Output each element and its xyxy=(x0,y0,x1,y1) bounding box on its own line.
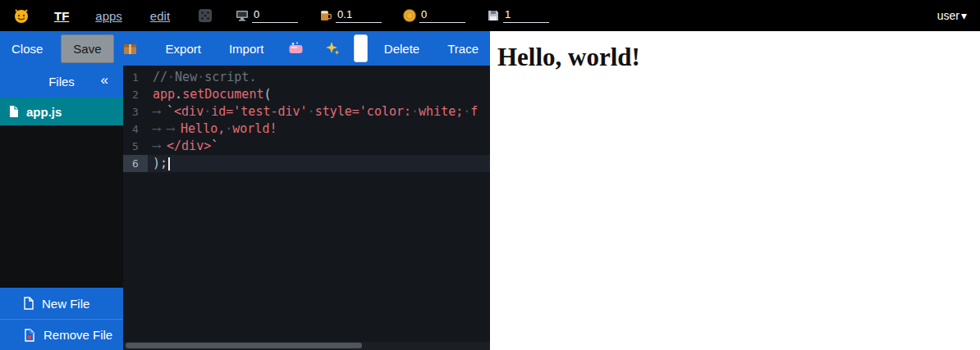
coin-value[interactable]: 0 xyxy=(419,8,465,23)
chevron-down-icon: ▾ xyxy=(961,9,967,22)
code-line-5[interactable]: ⟶</div>` xyxy=(148,138,490,155)
file-name: app.js xyxy=(26,105,62,119)
grid-icon[interactable] xyxy=(198,8,213,23)
editor-gutter: 123456 xyxy=(123,66,148,350)
code-line-4[interactable]: ⟶⟶Hello,·world! xyxy=(148,120,490,138)
package-icon[interactable] xyxy=(122,41,138,57)
floppy-icon xyxy=(487,9,500,22)
sparkles-icon[interactable] xyxy=(325,41,341,57)
file-list-empty-area xyxy=(0,125,123,288)
close-button[interactable]: Close xyxy=(3,34,51,63)
monitor-value[interactable]: 0 xyxy=(252,8,298,23)
delete-button[interactable]: Delete xyxy=(376,34,428,63)
trace-button[interactable]: Trace xyxy=(439,34,487,63)
beer-icon xyxy=(319,9,332,22)
code-line-2[interactable]: app.setDocument( xyxy=(148,86,490,103)
line-number: 5 xyxy=(123,138,148,155)
import-button[interactable]: Import xyxy=(221,34,272,63)
user-label: user xyxy=(937,9,959,22)
editor-toolbar: Close Save Export Import xyxy=(0,31,490,66)
export-button[interactable]: Export xyxy=(158,34,209,63)
files-sidebar: Files « app.js New File xyxy=(0,66,123,350)
monitor-icon xyxy=(236,9,249,22)
preview-pane: Hello, world! xyxy=(490,31,980,350)
coin-icon xyxy=(403,9,416,22)
line-number: 1 xyxy=(123,69,148,86)
line-number: 3 xyxy=(123,103,148,120)
new-file-icon xyxy=(23,297,34,310)
collapse-sidebar-button[interactable]: « xyxy=(101,72,108,89)
stat-beer: 0.1 xyxy=(319,8,382,23)
stat-coin: 0 xyxy=(403,8,465,23)
user-menu[interactable]: user ▾ xyxy=(937,9,967,22)
new-file-button[interactable]: New File xyxy=(0,288,123,319)
remove-file-button[interactable]: Remove File xyxy=(0,319,123,350)
files-header: Files « xyxy=(0,66,123,98)
preview-heading: Hello, world! xyxy=(497,43,980,72)
beer-value[interactable]: 0.1 xyxy=(336,8,382,23)
apps-link[interactable]: apps xyxy=(95,9,122,23)
app-window: TF apps edit 0 xyxy=(0,0,980,350)
soap-icon[interactable] xyxy=(288,41,304,57)
floppy-value[interactable]: 1 xyxy=(503,8,549,23)
editor-pane: Close Save Export Import xyxy=(0,31,490,350)
code-line-3[interactable]: ⟶`<div·id='test-div'·style='color:·white… xyxy=(148,103,490,120)
remove-file-label: Remove File xyxy=(44,328,112,342)
save-button[interactable]: Save xyxy=(61,34,113,63)
file-icon xyxy=(8,105,20,118)
editor-code[interactable]: //·New·script.app.setDocument(⟶`<div·id=… xyxy=(148,66,490,350)
main-area: Close Save Export Import xyxy=(0,31,980,350)
files-title: Files xyxy=(48,75,75,89)
stat-monitor: 0 xyxy=(236,8,298,23)
line-number: 4 xyxy=(123,120,148,138)
line-number: 6 xyxy=(123,155,148,172)
file-list: app.js xyxy=(0,98,123,125)
file-row[interactable]: app.js xyxy=(0,98,123,125)
emoji-picker-button[interactable] xyxy=(354,34,367,62)
workspace: Files « app.js New File xyxy=(0,66,490,350)
code-editor[interactable]: 123456 //·New·script.app.setDocument(⟶`<… xyxy=(123,66,490,350)
line-number: 2 xyxy=(123,86,148,103)
code-line-1[interactable]: //·New·script. xyxy=(148,69,490,86)
remove-file-icon xyxy=(23,329,36,342)
topbar: TF apps edit 0 xyxy=(0,0,980,31)
horizontal-scrollbar-thumb[interactable] xyxy=(126,343,362,348)
devil-icon[interactable] xyxy=(13,7,30,24)
stat-floppy: 1 xyxy=(487,8,549,23)
code-line-6[interactable]: ); xyxy=(148,155,490,172)
text-cursor xyxy=(168,157,170,170)
brand-link[interactable]: TF xyxy=(54,9,69,23)
new-file-label: New File xyxy=(42,297,89,311)
edit-link[interactable]: edit xyxy=(150,9,170,23)
